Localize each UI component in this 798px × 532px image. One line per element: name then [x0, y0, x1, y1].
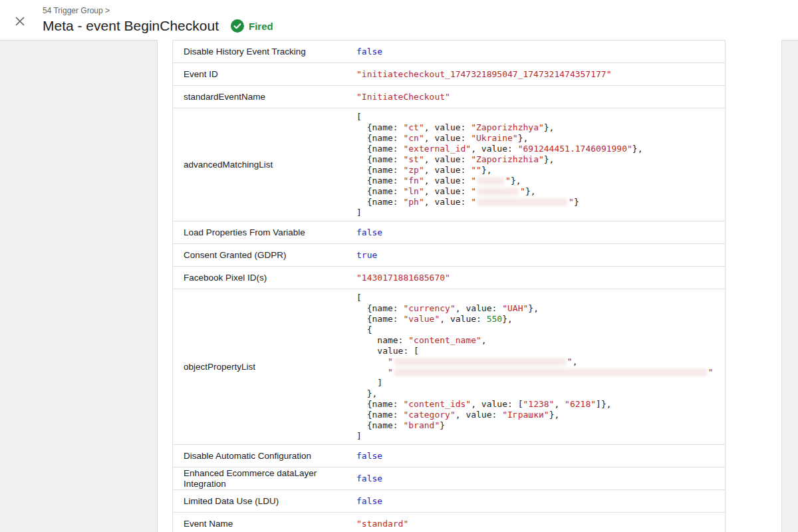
- code-line: [: [356, 112, 643, 122]
- property-value: "InitiateCheckout": [356, 92, 450, 102]
- code-line: {: [356, 325, 714, 335]
- table-row: objectPropertyList[ {name: "currency", v…: [173, 289, 725, 445]
- code-line: value: [: [356, 346, 714, 356]
- table-row: Limited Data Use (LDU)false: [173, 490, 725, 513]
- property-name: objectPropertyList: [184, 362, 356, 372]
- property-value: [ {name: "currency", value: "UAH"}, {nam…: [356, 289, 714, 444]
- table-row: Disable Automatic Configurationfalse: [173, 445, 725, 467]
- property-name: Disable History Event Tracking: [184, 47, 356, 57]
- tag-detail-header: 54 Trigger Group > Meta - event BeginChe…: [0, 0, 798, 40]
- table-row: Load Properties From Variablefalse: [173, 221, 725, 244]
- table-row: Consent Granted (GDPR)true: [173, 244, 725, 267]
- table-row: Event Name"standard": [173, 513, 725, 532]
- code-line: {name: "content_ids", value: ["1238", "6…: [356, 399, 714, 410]
- table-row: Enhanced Ecommerce dataLayer Integration…: [173, 467, 725, 490]
- right-gutter[interactable]: [781, 40, 798, 532]
- table-row: Disable History Event Trackingfalse: [173, 41, 725, 63]
- code-line: ]: [356, 207, 643, 218]
- code-line: {name: "st", value: "Zaporizhzhia"},: [356, 154, 643, 165]
- code-line: {name: "ln", value: ""},: [356, 186, 643, 197]
- tag-details-table: Disable History Event TrackingfalseEvent…: [172, 40, 726, 532]
- property-value: false: [356, 473, 382, 484]
- property-name: standardEventName: [184, 92, 356, 102]
- property-value: [ {name: "ct", value: "Zaporizhzhya"}, {…: [356, 108, 643, 221]
- property-name: Disable Automatic Configuration: [184, 451, 356, 462]
- code-line: {name: "cn", value: "Ukraine"},: [356, 133, 643, 144]
- code-line: {name: "currency", value: "UAH"},: [356, 303, 714, 314]
- close-button[interactable]: [12, 15, 28, 31]
- code-line: {name: "fn", value: ""},: [356, 176, 643, 186]
- property-value: false: [356, 227, 382, 238]
- code-line: name: "content_name",: [356, 335, 714, 346]
- redacted-text: [394, 358, 566, 366]
- table-row: advancedMatchingList[ {name: "ct", value…: [173, 108, 725, 221]
- table-row: standardEventName"InitiateCheckout": [173, 86, 725, 108]
- status-label: Fired: [249, 21, 273, 32]
- code-line: {name: "ph", value: ""}: [356, 197, 643, 207]
- code-line: {name: "value", value: 550},: [356, 314, 714, 325]
- check-circle-icon: [231, 19, 244, 33]
- property-name: Enhanced Ecommerce dataLayer Integration: [184, 468, 356, 489]
- close-icon: [15, 16, 25, 29]
- property-value: false: [356, 451, 382, 462]
- code-line: },: [356, 388, 714, 399]
- property-name: Event Name: [184, 519, 356, 529]
- content-area: Disable History Event TrackingfalseEvent…: [0, 40, 798, 532]
- status-badge: Fired: [231, 19, 273, 33]
- code-line: {name: "external_id", value: "691244451.…: [356, 144, 643, 154]
- code-line: {name: "category", value: "Іграшки"},: [356, 410, 714, 420]
- code-line: {name: "zp", value: ""},: [356, 165, 643, 176]
- code-line: [: [356, 293, 714, 303]
- redacted-text: [394, 368, 707, 376]
- table-row: Facebook Pixel ID(s)"1430171881685670": [173, 267, 725, 289]
- property-value: "1430171881685670": [356, 273, 450, 283]
- code-line: ]: [356, 431, 714, 442]
- property-name: Facebook Pixel ID(s): [184, 273, 356, 283]
- property-value: true: [356, 250, 377, 261]
- code-line: "",: [356, 356, 714, 367]
- property-name: Consent Granted (GDPR): [184, 250, 356, 261]
- breadcrumb[interactable]: 54 Trigger Group >: [43, 6, 273, 16]
- code-line: ]: [356, 378, 714, 388]
- code-line: "": [356, 367, 714, 378]
- property-value: "initiatecheckout_1747321895047_17473214…: [356, 69, 612, 80]
- page-title: Meta - event BeginCheckout: [43, 17, 219, 35]
- redacted-text: [477, 198, 567, 206]
- property-value: false: [356, 496, 382, 507]
- property-name: advancedMatchingList: [184, 160, 356, 170]
- property-name: Load Properties From Variable: [184, 227, 356, 238]
- redacted-text: [477, 177, 504, 185]
- property-value: "standard": [356, 519, 408, 529]
- code-line: {name: "ct", value: "Zaporizhzhya"},: [356, 122, 643, 133]
- property-name: Event ID: [184, 69, 356, 80]
- table-row: Event ID"initiatecheckout_1747321895047_…: [173, 63, 725, 86]
- code-line: {name: "brand"}: [356, 420, 714, 431]
- tag-detail-card: Disable History Event TrackingfalseEvent…: [158, 40, 781, 532]
- redacted-text: [477, 188, 519, 196]
- property-name: Limited Data Use (LDU): [184, 496, 356, 507]
- property-value: false: [356, 47, 382, 57]
- left-panel: [0, 40, 158, 532]
